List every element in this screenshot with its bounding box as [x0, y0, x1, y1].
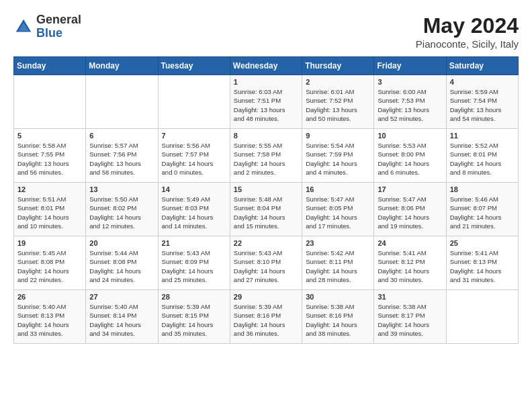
day-number: 11 — [450, 132, 515, 140]
calendar-cell: 27Sunrise: 5:40 AM Sunset: 8:14 PM Dayli… — [86, 290, 158, 344]
weekday-row: SundayMondayTuesdayWednesdayThursdayFrid… — [14, 57, 519, 75]
day-info: Sunrise: 5:48 AM Sunset: 8:04 PM Dayligh… — [234, 195, 298, 230]
day-info: Sunrise: 5:38 AM Sunset: 8:16 PM Dayligh… — [306, 302, 370, 338]
calendar-cell: 28Sunrise: 5:39 AM Sunset: 8:15 PM Dayli… — [158, 290, 230, 344]
day-number: 28 — [162, 293, 226, 301]
day-number: 2 — [306, 78, 370, 86]
calendar-cell: 7Sunrise: 5:56 AM Sunset: 7:57 PM Daylig… — [158, 129, 230, 183]
logo-blue: Blue — [36, 27, 81, 40]
day-info: Sunrise: 5:39 AM Sunset: 8:15 PM Dayligh… — [162, 302, 226, 338]
calendar-cell: 22Sunrise: 5:43 AM Sunset: 8:10 PM Dayli… — [230, 236, 302, 290]
calendar-cell: 4Sunrise: 5:59 AM Sunset: 7:54 PM Daylig… — [446, 75, 518, 129]
calendar-cell — [446, 290, 518, 344]
calendar-cell: 20Sunrise: 5:44 AM Sunset: 8:08 PM Dayli… — [86, 236, 158, 290]
location-subtitle: Pianoconte, Sicily, Italy — [416, 38, 519, 50]
calendar-cell: 3Sunrise: 6:00 AM Sunset: 7:53 PM Daylig… — [374, 75, 446, 129]
calendar-cell: 29Sunrise: 5:39 AM Sunset: 8:16 PM Dayli… — [230, 290, 302, 344]
calendar-cell: 11Sunrise: 5:52 AM Sunset: 8:01 PM Dayli… — [446, 129, 518, 183]
day-number: 30 — [306, 293, 370, 301]
day-info: Sunrise: 6:03 AM Sunset: 7:51 PM Dayligh… — [234, 87, 298, 123]
calendar-cell: 17Sunrise: 5:47 AM Sunset: 8:06 PM Dayli… — [374, 183, 446, 236]
day-info: Sunrise: 5:45 AM Sunset: 8:08 PM Dayligh… — [17, 248, 82, 284]
calendar-week-row: 26Sunrise: 5:40 AM Sunset: 8:13 PM Dayli… — [14, 290, 519, 344]
weekday-header: Sunday — [14, 57, 86, 75]
day-info: Sunrise: 5:54 AM Sunset: 7:59 PM Dayligh… — [306, 141, 370, 177]
day-number: 4 — [450, 78, 515, 86]
calendar-cell: 25Sunrise: 5:41 AM Sunset: 8:13 PM Dayli… — [446, 236, 518, 290]
calendar-cell: 31Sunrise: 5:38 AM Sunset: 8:17 PM Dayli… — [374, 290, 446, 344]
day-number: 9 — [306, 132, 370, 140]
calendar-table: SundayMondayTuesdayWednesdayThursdayFrid… — [13, 56, 519, 344]
weekday-header: Monday — [86, 57, 158, 75]
month-title: May 2024 — [416, 13, 519, 38]
day-number: 18 — [450, 185, 515, 193]
calendar-cell: 10Sunrise: 5:53 AM Sunset: 8:00 PM Dayli… — [374, 129, 446, 183]
calendar-cell — [86, 75, 158, 129]
day-info: Sunrise: 5:41 AM Sunset: 8:13 PM Dayligh… — [450, 248, 515, 284]
day-info: Sunrise: 5:41 AM Sunset: 8:12 PM Dayligh… — [378, 248, 442, 284]
day-number: 14 — [162, 185, 226, 193]
calendar-body: 1Sunrise: 6:03 AM Sunset: 7:51 PM Daylig… — [14, 75, 519, 344]
day-number: 10 — [378, 132, 442, 140]
day-number: 7 — [162, 132, 226, 140]
calendar-cell — [158, 75, 230, 129]
calendar-header: SundayMondayTuesdayWednesdayThursdayFrid… — [14, 57, 519, 75]
day-info: Sunrise: 5:49 AM Sunset: 8:03 PM Dayligh… — [162, 195, 226, 230]
calendar-cell: 30Sunrise: 5:38 AM Sunset: 8:16 PM Dayli… — [302, 290, 374, 344]
weekday-header: Wednesday — [230, 57, 302, 75]
calendar-cell: 9Sunrise: 5:54 AM Sunset: 7:59 PM Daylig… — [302, 129, 374, 183]
day-number: 17 — [378, 185, 442, 193]
day-info: Sunrise: 5:44 AM Sunset: 8:08 PM Dayligh… — [89, 248, 154, 284]
calendar-cell: 21Sunrise: 5:43 AM Sunset: 8:09 PM Dayli… — [158, 236, 230, 290]
calendar-week-row: 19Sunrise: 5:45 AM Sunset: 8:08 PM Dayli… — [14, 236, 519, 290]
day-number: 31 — [378, 293, 442, 301]
day-number: 3 — [378, 78, 442, 86]
weekday-header: Tuesday — [158, 57, 230, 75]
day-info: Sunrise: 5:56 AM Sunset: 7:57 PM Dayligh… — [162, 141, 226, 177]
logo-general: General — [36, 13, 81, 27]
day-info: Sunrise: 6:00 AM Sunset: 7:53 PM Dayligh… — [378, 87, 442, 123]
calendar-week-row: 5Sunrise: 5:58 AM Sunset: 7:55 PM Daylig… — [14, 129, 519, 183]
calendar-cell: 16Sunrise: 5:47 AM Sunset: 8:05 PM Dayli… — [302, 183, 374, 236]
logo-icon — [13, 17, 34, 37]
day-info: Sunrise: 5:40 AM Sunset: 8:14 PM Dayligh… — [89, 302, 154, 338]
day-number: 15 — [234, 185, 298, 193]
day-number: 12 — [17, 185, 82, 193]
day-number: 24 — [378, 239, 442, 247]
day-info: Sunrise: 5:43 AM Sunset: 8:10 PM Dayligh… — [234, 248, 298, 284]
day-info: Sunrise: 5:47 AM Sunset: 8:05 PM Dayligh… — [306, 195, 370, 230]
calendar-cell: 12Sunrise: 5:51 AM Sunset: 8:01 PM Dayli… — [14, 183, 86, 236]
logo: General Blue — [13, 13, 81, 40]
day-info: Sunrise: 5:39 AM Sunset: 8:16 PM Dayligh… — [234, 302, 298, 338]
calendar-cell: 15Sunrise: 5:48 AM Sunset: 8:04 PM Dayli… — [230, 183, 302, 236]
calendar-cell: 13Sunrise: 5:50 AM Sunset: 8:02 PM Dayli… — [86, 183, 158, 236]
calendar-cell: 19Sunrise: 5:45 AM Sunset: 8:08 PM Dayli… — [14, 236, 86, 290]
day-number: 16 — [306, 185, 370, 193]
day-number: 23 — [306, 239, 370, 247]
day-info: Sunrise: 5:46 AM Sunset: 8:07 PM Dayligh… — [450, 195, 515, 230]
page-header: General Blue May 2024 Pianoconte, Sicily… — [13, 13, 519, 50]
weekday-header: Friday — [374, 57, 446, 75]
day-number: 22 — [234, 239, 298, 247]
day-number: 13 — [89, 185, 154, 193]
calendar-cell: 6Sunrise: 5:57 AM Sunset: 7:56 PM Daylig… — [86, 129, 158, 183]
weekday-header: Saturday — [446, 57, 518, 75]
day-number: 29 — [234, 293, 298, 301]
day-info: Sunrise: 5:38 AM Sunset: 8:17 PM Dayligh… — [378, 302, 442, 338]
day-info: Sunrise: 5:53 AM Sunset: 8:00 PM Dayligh… — [378, 141, 442, 177]
day-info: Sunrise: 5:42 AM Sunset: 8:11 PM Dayligh… — [306, 248, 370, 284]
day-info: Sunrise: 5:52 AM Sunset: 8:01 PM Dayligh… — [450, 141, 515, 177]
day-info: Sunrise: 5:58 AM Sunset: 7:55 PM Dayligh… — [17, 141, 82, 177]
calendar-cell: 1Sunrise: 6:03 AM Sunset: 7:51 PM Daylig… — [230, 75, 302, 129]
day-number: 8 — [234, 132, 298, 140]
day-number: 1 — [234, 78, 298, 86]
day-number: 21 — [162, 239, 226, 247]
day-number: 20 — [89, 239, 154, 247]
day-info: Sunrise: 5:43 AM Sunset: 8:09 PM Dayligh… — [162, 248, 226, 284]
logo-text: General Blue — [36, 13, 81, 40]
day-info: Sunrise: 6:01 AM Sunset: 7:52 PM Dayligh… — [306, 87, 370, 123]
calendar-cell: 18Sunrise: 5:46 AM Sunset: 8:07 PM Dayli… — [446, 183, 518, 236]
calendar-cell: 24Sunrise: 5:41 AM Sunset: 8:12 PM Dayli… — [374, 236, 446, 290]
day-info: Sunrise: 5:40 AM Sunset: 8:13 PM Dayligh… — [17, 302, 82, 338]
day-info: Sunrise: 5:57 AM Sunset: 7:56 PM Dayligh… — [89, 141, 154, 177]
